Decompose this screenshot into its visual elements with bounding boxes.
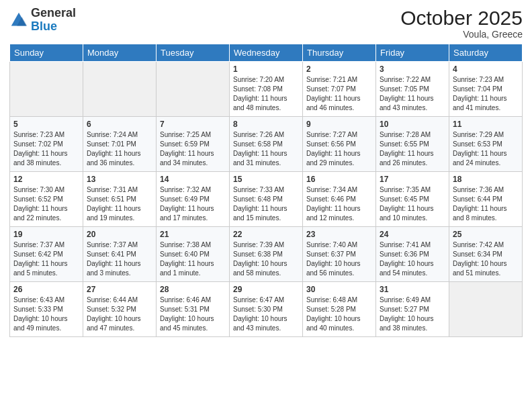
day-number: 3 <box>380 64 445 74</box>
day-number: 6 <box>87 120 152 129</box>
col-header-friday: Friday <box>376 44 449 62</box>
calendar-cell: 21Sunrise: 7:38 AM Sunset: 6:40 PM Dayli… <box>157 227 230 282</box>
calendar-cell: 9Sunrise: 7:27 AM Sunset: 6:56 PM Daylig… <box>303 117 376 172</box>
day-number: 4 <box>453 64 519 74</box>
calendar-week-2: 5Sunrise: 7:23 AM Sunset: 7:02 PM Daylig… <box>10 117 523 172</box>
calendar-cell: 3Sunrise: 7:22 AM Sunset: 7:05 PM Daylig… <box>376 62 449 117</box>
calendar-cell: 5Sunrise: 7:23 AM Sunset: 7:02 PM Daylig… <box>10 117 83 172</box>
day-info: Sunrise: 7:40 AM Sunset: 6:37 PM Dayligh… <box>306 240 372 278</box>
day-number: 8 <box>233 120 299 129</box>
day-info: Sunrise: 6:43 AM Sunset: 5:33 PM Dayligh… <box>13 295 79 333</box>
day-number: 31 <box>380 285 445 294</box>
day-number: 17 <box>380 175 445 184</box>
col-header-tuesday: Tuesday <box>157 44 230 62</box>
calendar-cell: 12Sunrise: 7:30 AM Sunset: 6:52 PM Dayli… <box>10 172 83 227</box>
day-info: Sunrise: 7:37 AM Sunset: 6:41 PM Dayligh… <box>87 240 152 278</box>
col-header-thursday: Thursday <box>303 44 376 62</box>
calendar-cell: 14Sunrise: 7:32 AM Sunset: 6:49 PM Dayli… <box>157 172 230 227</box>
calendar-cell: 17Sunrise: 7:35 AM Sunset: 6:45 PM Dayli… <box>376 172 449 227</box>
day-info: Sunrise: 7:24 AM Sunset: 7:01 PM Dayligh… <box>87 130 152 168</box>
day-info: Sunrise: 7:41 AM Sunset: 6:36 PM Dayligh… <box>380 240 445 278</box>
day-number: 13 <box>87 175 152 184</box>
day-number: 27 <box>87 285 152 294</box>
day-info: Sunrise: 7:25 AM Sunset: 6:59 PM Dayligh… <box>160 130 226 168</box>
day-info: Sunrise: 6:49 AM Sunset: 5:27 PM Dayligh… <box>380 295 445 333</box>
calendar-cell: 2Sunrise: 7:21 AM Sunset: 7:07 PM Daylig… <box>303 62 376 117</box>
day-info: Sunrise: 7:27 AM Sunset: 6:56 PM Dayligh… <box>306 130 372 168</box>
col-header-saturday: Saturday <box>449 44 523 62</box>
day-info: Sunrise: 7:29 AM Sunset: 6:53 PM Dayligh… <box>453 130 519 168</box>
logo-blue-text: Blue <box>31 19 57 33</box>
day-number: 7 <box>160 120 226 129</box>
day-number: 11 <box>453 120 519 129</box>
calendar-cell: 27Sunrise: 6:44 AM Sunset: 5:32 PM Dayli… <box>83 282 157 337</box>
calendar-header-row: SundayMondayTuesdayWednesdayThursdayFrid… <box>10 44 523 62</box>
calendar-cell: 23Sunrise: 7:40 AM Sunset: 6:37 PM Dayli… <box>303 227 376 282</box>
calendar-cell: 1Sunrise: 7:20 AM Sunset: 7:08 PM Daylig… <box>230 62 303 117</box>
day-info: Sunrise: 7:28 AM Sunset: 6:55 PM Dayligh… <box>380 130 445 168</box>
logo-text: General Blue <box>31 7 76 34</box>
day-number: 10 <box>380 120 445 129</box>
col-header-wednesday: Wednesday <box>230 44 303 62</box>
day-info: Sunrise: 6:44 AM Sunset: 5:32 PM Dayligh… <box>87 295 152 333</box>
calendar-week-5: 26Sunrise: 6:43 AM Sunset: 5:33 PM Dayli… <box>10 282 523 337</box>
day-number: 1 <box>233 64 299 74</box>
header: General Blue October 2025 Voula, Greece <box>9 7 523 40</box>
calendar-cell: 15Sunrise: 7:33 AM Sunset: 6:48 PM Dayli… <box>230 172 303 227</box>
day-number: 25 <box>453 230 519 239</box>
day-number: 24 <box>380 230 445 239</box>
day-info: Sunrise: 7:39 AM Sunset: 6:38 PM Dayligh… <box>233 240 299 278</box>
calendar-cell: 10Sunrise: 7:28 AM Sunset: 6:55 PM Dayli… <box>376 117 449 172</box>
day-info: Sunrise: 7:38 AM Sunset: 6:40 PM Dayligh… <box>160 240 226 278</box>
calendar-cell: 24Sunrise: 7:41 AM Sunset: 6:36 PM Dayli… <box>376 227 449 282</box>
calendar-cell: 6Sunrise: 7:24 AM Sunset: 7:01 PM Daylig… <box>83 117 157 172</box>
calendar-cell: 28Sunrise: 6:46 AM Sunset: 5:31 PM Dayli… <box>157 282 230 337</box>
day-info: Sunrise: 7:30 AM Sunset: 6:52 PM Dayligh… <box>13 185 79 223</box>
day-info: Sunrise: 7:23 AM Sunset: 7:04 PM Dayligh… <box>453 75 519 113</box>
day-info: Sunrise: 7:42 AM Sunset: 6:34 PM Dayligh… <box>453 240 519 278</box>
calendar-cell: 31Sunrise: 6:49 AM Sunset: 5:27 PM Dayli… <box>376 282 449 337</box>
day-number: 2 <box>306 64 372 74</box>
day-info: Sunrise: 7:36 AM Sunset: 6:44 PM Dayligh… <box>453 185 519 223</box>
logo-general: General <box>31 6 76 19</box>
calendar-week-1: 1Sunrise: 7:20 AM Sunset: 7:08 PM Daylig… <box>10 62 523 117</box>
calendar-cell <box>83 62 157 117</box>
day-info: Sunrise: 7:35 AM Sunset: 6:45 PM Dayligh… <box>380 185 445 223</box>
calendar-cell <box>157 62 230 117</box>
calendar-cell: 11Sunrise: 7:29 AM Sunset: 6:53 PM Dayli… <box>449 117 523 172</box>
day-number: 9 <box>306 120 372 129</box>
calendar-week-4: 19Sunrise: 7:37 AM Sunset: 6:42 PM Dayli… <box>10 227 523 282</box>
calendar-cell: 7Sunrise: 7:25 AM Sunset: 6:59 PM Daylig… <box>157 117 230 172</box>
col-header-monday: Monday <box>83 44 157 62</box>
day-info: Sunrise: 6:47 AM Sunset: 5:30 PM Dayligh… <box>233 295 299 333</box>
logo-icon <box>9 11 28 30</box>
day-info: Sunrise: 7:23 AM Sunset: 7:02 PM Dayligh… <box>13 130 79 168</box>
day-number: 5 <box>13 120 79 129</box>
calendar-cell: 13Sunrise: 7:31 AM Sunset: 6:51 PM Dayli… <box>83 172 157 227</box>
calendar-cell: 4Sunrise: 7:23 AM Sunset: 7:04 PM Daylig… <box>449 62 523 117</box>
day-number: 20 <box>87 230 152 239</box>
day-info: Sunrise: 7:31 AM Sunset: 6:51 PM Dayligh… <box>87 185 152 223</box>
day-info: Sunrise: 7:32 AM Sunset: 6:49 PM Dayligh… <box>160 185 226 223</box>
day-info: Sunrise: 7:21 AM Sunset: 7:07 PM Dayligh… <box>306 75 372 113</box>
calendar-cell: 22Sunrise: 7:39 AM Sunset: 6:38 PM Dayli… <box>230 227 303 282</box>
day-number: 21 <box>160 230 226 239</box>
calendar-cell: 25Sunrise: 7:42 AM Sunset: 6:34 PM Dayli… <box>449 227 523 282</box>
calendar-cell: 8Sunrise: 7:26 AM Sunset: 6:58 PM Daylig… <box>230 117 303 172</box>
day-info: Sunrise: 7:34 AM Sunset: 6:46 PM Dayligh… <box>306 185 372 223</box>
calendar-cell: 30Sunrise: 6:48 AM Sunset: 5:28 PM Dayli… <box>303 282 376 337</box>
day-info: Sunrise: 6:46 AM Sunset: 5:31 PM Dayligh… <box>160 295 226 333</box>
calendar-week-3: 12Sunrise: 7:30 AM Sunset: 6:52 PM Dayli… <box>10 172 523 227</box>
calendar-cell <box>10 62 83 117</box>
calendar: SundayMondayTuesdayWednesdayThursdayFrid… <box>9 44 523 337</box>
location: Voula, Greece <box>400 29 523 40</box>
day-number: 18 <box>453 175 519 184</box>
day-number: 16 <box>306 175 372 184</box>
col-header-sunday: Sunday <box>10 44 83 62</box>
calendar-cell: 29Sunrise: 6:47 AM Sunset: 5:30 PM Dayli… <box>230 282 303 337</box>
calendar-cell <box>449 282 523 337</box>
calendar-cell: 26Sunrise: 6:43 AM Sunset: 5:33 PM Dayli… <box>10 282 83 337</box>
page: General Blue October 2025 Voula, Greece … <box>0 0 532 411</box>
calendar-cell: 18Sunrise: 7:36 AM Sunset: 6:44 PM Dayli… <box>449 172 523 227</box>
day-number: 29 <box>233 285 299 294</box>
